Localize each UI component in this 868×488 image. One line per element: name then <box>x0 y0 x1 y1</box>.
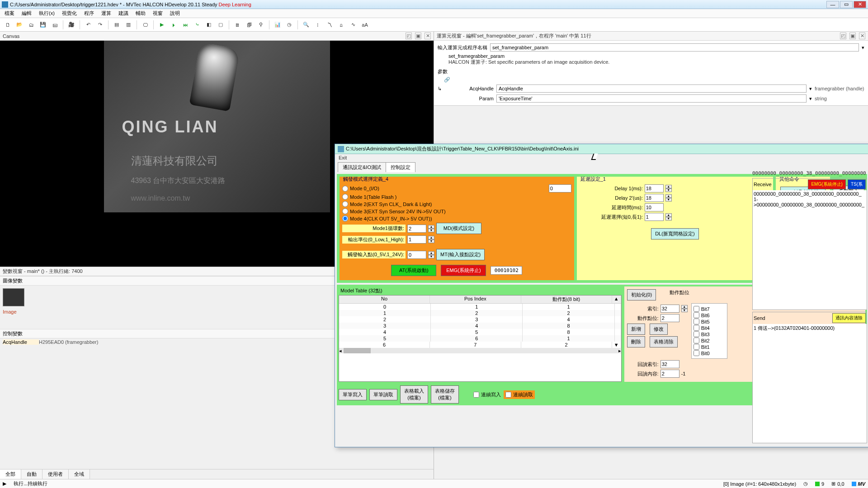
stepover-icon[interactable]: ⏭ <box>180 20 190 30</box>
table-load-button[interactable]: 表格載入 (檔案) <box>400 385 428 404</box>
pin-icon[interactable]: ◰ <box>406 33 412 39</box>
menu-run[interactable]: 執行(x) <box>35 9 58 18</box>
readback-index[interactable] <box>660 360 679 368</box>
menu-procedures[interactable]: 程序 <box>80 9 98 18</box>
recv-ts-button[interactable]: TS(系 <box>848 179 866 189</box>
index-input[interactable] <box>660 305 679 313</box>
model-table[interactable]: NoPos Index動作點(8 bit)▲ 011 122 234 348 4… <box>339 295 622 382</box>
maximize-button[interactable]: ▭ <box>840 1 853 8</box>
chart1-icon[interactable]: ⫶ <box>313 20 323 30</box>
search-icon[interactable]: 🔍 <box>301 20 311 30</box>
single-write-button[interactable]: 單筆寫入 <box>339 389 367 400</box>
code-icon[interactable]: 🗐 <box>244 20 254 30</box>
pin3-icon[interactable]: ◰ <box>840 33 846 39</box>
minimize-button[interactable]: — <box>826 1 839 8</box>
table-save-button[interactable]: 表格儲存 (檔案) <box>431 385 459 404</box>
monitor-icon[interactable]: 🖵 <box>140 20 150 30</box>
delete-button[interactable]: 刪除 <box>627 336 645 347</box>
mode3-radio[interactable] <box>342 208 348 214</box>
chart2-icon[interactable]: 〽 <box>325 20 335 30</box>
bit6-checkbox[interactable] <box>693 312 699 318</box>
mode2-radio[interactable] <box>342 201 348 207</box>
bit7-checkbox[interactable] <box>693 306 699 312</box>
dropdown-icon[interactable]: ▾ <box>862 45 864 51</box>
bit3-checkbox[interactable] <box>693 331 699 337</box>
proc-icon[interactable]: 🗎 <box>232 20 242 30</box>
delay1-input[interactable] <box>645 184 664 192</box>
dl-button[interactable]: DL(脈寬間格設定) <box>651 228 698 239</box>
saveall-icon[interactable]: 🖴 <box>50 20 60 30</box>
reset-icon[interactable]: ⚲ <box>256 20 266 30</box>
new-icon[interactable]: 🗋 <box>3 20 13 30</box>
doc2-icon[interactable]: ▥ <box>123 20 133 30</box>
param0-input[interactable] <box>496 84 807 93</box>
tab-control-settings[interactable]: 控制設定 <box>386 162 415 172</box>
at-button[interactable]: AT(系統啟動) <box>391 265 436 276</box>
md-button[interactable]: MD(模式設定) <box>436 223 481 234</box>
operator-name-input[interactable] <box>490 43 859 52</box>
cycle-input[interactable] <box>407 225 426 233</box>
menu-visualize[interactable]: 視覺化 <box>58 9 80 18</box>
camera-icon[interactable]: 🎥 <box>66 20 76 30</box>
panel-close-icon[interactable]: ✕ <box>425 33 431 39</box>
scan-icon[interactable]: 🗂 <box>26 20 36 30</box>
bit0-checkbox[interactable] <box>693 350 699 356</box>
text-icon[interactable]: aA <box>360 20 370 30</box>
menu-suggestions[interactable]: 建議 <box>115 9 132 18</box>
dialog-titlebar[interactable]: C:\Users\Administrator\Desktop\混合板設計\Tri… <box>335 144 868 154</box>
trig-spinner[interactable]: ▲▼ <box>428 251 434 258</box>
tab-auto[interactable]: 自動 <box>21 469 42 479</box>
param1-input[interactable] <box>496 94 807 103</box>
action-input[interactable] <box>660 314 679 322</box>
mode0-value[interactable] <box>549 184 571 192</box>
stepin-icon[interactable]: ⤷ <box>192 20 202 30</box>
timer-icon[interactable]: ◷ <box>284 20 294 30</box>
chart4-icon[interactable]: ∿ <box>348 20 358 30</box>
stop-icon[interactable]: ▢ <box>216 20 226 30</box>
chart3-icon[interactable]: ⩍ <box>336 20 346 30</box>
close3-icon[interactable]: ✕ <box>859 33 865 39</box>
menu-help[interactable]: 說明 <box>166 9 184 18</box>
delay2-input[interactable] <box>645 194 664 202</box>
undo-icon[interactable]: ↶ <box>83 20 93 30</box>
table-hscrollbar[interactable]: ◂▸ <box>339 348 621 353</box>
redo-icon[interactable]: ↷ <box>95 20 105 30</box>
comm-clear-button[interactable]: 通訊內容清除 <box>832 313 866 323</box>
run-icon[interactable]: ▶ <box>157 20 167 30</box>
open-icon[interactable]: 📂 <box>14 20 24 30</box>
clear-table-button[interactable]: 表格清除 <box>650 336 678 347</box>
out-spinner[interactable]: ▲▼ <box>428 236 434 243</box>
send-list[interactable]: 1 傳送-->(0132AT020401-00000000) <box>753 324 867 443</box>
menu-file[interactable]: 檔案 <box>1 9 18 18</box>
cont-read-checkbox[interactable] <box>505 392 511 398</box>
menu-window[interactable]: 視窗 <box>149 9 166 18</box>
tab-user[interactable]: 使用者 <box>42 469 69 479</box>
bit1-checkbox[interactable] <box>693 344 699 350</box>
save-icon[interactable]: 💾 <box>38 20 48 30</box>
delaytime-input[interactable] <box>645 203 664 211</box>
single-read-button[interactable]: 單筆讀取 <box>369 389 397 400</box>
mode0-radio[interactable] <box>342 186 348 192</box>
menu-assist[interactable]: 輔助 <box>132 9 149 18</box>
mode1-radio[interactable] <box>342 194 348 200</box>
image-thumbnail[interactable] <box>3 288 24 306</box>
dropdown3-icon[interactable]: ▾ <box>809 96 812 102</box>
mt-button[interactable]: MT(輸入接點設定) <box>436 249 485 260</box>
exit-menu[interactable]: Exit <box>335 154 868 161</box>
collapse-icon[interactable]: ▣ <box>415 33 421 39</box>
delaysel-input[interactable] <box>645 213 664 221</box>
step-icon[interactable]: ⏵ <box>169 20 179 30</box>
cont-write-checkbox[interactable] <box>473 392 479 398</box>
close-button[interactable]: ✕ <box>854 1 866 8</box>
tab-global[interactable]: 全域 <box>69 469 90 479</box>
recv-emg-button[interactable]: EMG(系統停止) <box>808 179 845 189</box>
tab-all[interactable]: 全部 <box>0 469 21 479</box>
trigin-input[interactable] <box>407 251 426 259</box>
menu-operators[interactable]: 運算 <box>98 9 115 18</box>
tab-comm-io[interactable]: 通訊設定&IO測試 <box>338 162 386 172</box>
link-icon[interactable]: 🔗 <box>444 77 867 83</box>
bit5-checkbox[interactable] <box>693 319 699 324</box>
add-button[interactable]: 新增 <box>627 324 645 335</box>
doc1-icon[interactable]: ▤ <box>112 20 122 30</box>
breakpoint-icon[interactable]: ◧ <box>204 20 214 30</box>
